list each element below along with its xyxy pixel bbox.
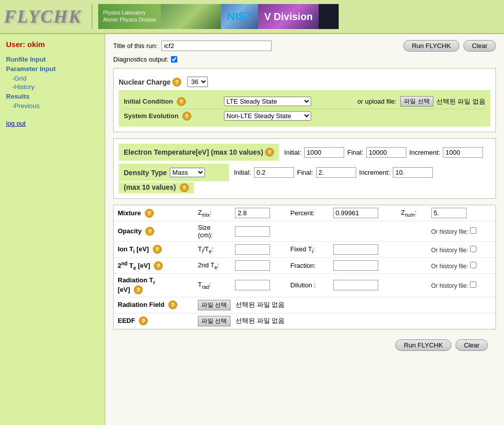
density-initial-input[interactable] (254, 167, 294, 178)
run-flychk-button-bottom[interactable]: Run FLYCHK (395, 339, 451, 351)
sidebar-item-runfile[interactable]: Runfile Input (6, 56, 99, 63)
mixture-label-cell: Mixture ? (114, 205, 194, 221)
radiation-field-help-icon[interactable]: ? (168, 300, 177, 309)
nuclear-charge-select[interactable]: 36 1261879 (187, 77, 208, 87)
nuclear-panel: Nuclear Charge ? 36 1261879 Initial Cond… (113, 68, 496, 132)
eedf-no-file: 선택된 파일 없음 (235, 317, 285, 324)
second-te-hist-label: Or history file: (431, 263, 468, 270)
opacity-row: Opacity ? Size(cm): Or history file: (114, 221, 495, 242)
ion-ti-ratio-label-cell: Ti/Te: (194, 242, 231, 258)
zmix-sub: mix (202, 212, 210, 217)
mixture-zmix-cell: Zmix: (194, 205, 231, 221)
density-increment-input[interactable] (393, 167, 433, 178)
ic-no-file: 선택된 파일 없음 (436, 97, 485, 106)
opacity-size-input-cell (231, 221, 286, 242)
ic-controls: LTE Steady State Non-LTE Steady State LT… (224, 97, 396, 106)
znum-input[interactable] (431, 208, 466, 218)
ic-help-icon[interactable]: ? (177, 97, 186, 106)
second-te-input[interactable] (235, 260, 270, 271)
eedf-help-icon[interactable]: ? (139, 316, 148, 325)
opacity-size-input[interactable] (235, 226, 270, 237)
nuclear-help-icon[interactable]: ? (172, 78, 181, 87)
top-buttons: Run FLYCHK Clear (403, 40, 496, 52)
mixture-znum-input-cell (427, 205, 496, 221)
eedf-file-btn[interactable]: 파일 선택 (198, 316, 230, 326)
ion-ti-help-icon[interactable]: ? (153, 245, 162, 254)
second-te-fraction-input-cell (329, 258, 397, 274)
density-inputs: Initial: Final: Increment: (229, 167, 490, 178)
top-bar: Title of this run: Run FLYCHK Clear (113, 40, 496, 52)
radiation-tr-dilution-label-cell: Dilution : (287, 274, 329, 297)
density-type-select[interactable]: Mass Number Electron (170, 168, 205, 177)
se-dropdown[interactable]: Non-LTE Steady State LTE Steady State LT… (224, 111, 311, 121)
ion-ti-hist-checkbox[interactable] (470, 246, 476, 252)
mixture-help-icon[interactable]: ? (145, 209, 154, 218)
temp-initial-input[interactable] (304, 147, 344, 158)
temp-increment-label: Increment: (409, 149, 440, 156)
fixed-ti-input[interactable] (333, 244, 378, 255)
radiation-tr-hist-checkbox[interactable] (470, 281, 476, 288)
radiation-field-label: Radiation Field (118, 301, 164, 308)
temp-initial-label: Initial: (284, 149, 301, 156)
ion-ti-label-cell: Ion Ti [eV] ? (114, 242, 194, 258)
ic-dropdown[interactable]: LTE Steady State Non-LTE Steady State LT… (224, 97, 311, 106)
sidebar-item-previous[interactable]: -Previous (12, 102, 99, 110)
second-te-hist-checkbox[interactable] (470, 262, 476, 268)
second-te-help-icon[interactable]: ? (154, 261, 163, 270)
sidebar-item-history[interactable]: -History (12, 83, 99, 91)
mix-panel: Mixture ? Zmix: Percent: (113, 205, 496, 329)
initial-condition-row: Initial Condition ? LTE Steady State Non… (124, 94, 485, 109)
ic-file-select-btn[interactable]: 파일 선택 (400, 96, 433, 107)
eedf-label: EEDF (118, 317, 135, 324)
diagnostics-row: Diagnostics output: (113, 56, 496, 63)
eedf-label-cell: EEDF ? (114, 313, 194, 329)
sidebar-item-results[interactable]: Results (6, 93, 99, 100)
percent-input[interactable] (333, 208, 378, 218)
clear-button-top[interactable]: Clear (463, 40, 496, 52)
mixture-label: Mixture (118, 209, 141, 217)
nuclear-charge-label: Nuclear Charge (119, 78, 170, 86)
ti-te-input[interactable] (235, 244, 270, 255)
upload-label: or upload file: (357, 98, 396, 105)
density-label: Density Type (124, 169, 167, 177)
temp-increment-input[interactable] (443, 147, 483, 158)
ic-se-panel: Initial Condition ? LTE Steady State Non… (119, 90, 490, 127)
sidebar-item-grid[interactable]: -Grid (12, 75, 99, 82)
temp-final-input[interactable] (366, 147, 406, 158)
dilution-input[interactable] (333, 280, 378, 290)
radiation-field-file-btn[interactable]: 파일 선택 (198, 300, 230, 310)
opacity-hist-label: Or history file: (431, 228, 468, 235)
radiation-field-no-file: 선택된 파일 없음 (235, 301, 285, 308)
trad-input[interactable] (235, 280, 270, 290)
opacity-help-icon[interactable]: ? (145, 227, 154, 236)
mixture-percent-label-cell: Percent: (287, 205, 329, 221)
run-flychk-button-top[interactable]: Run FLYCHK (403, 40, 459, 52)
radiation-field-row: Radiation Field ? 파일 선택 선택된 파일 없음 (114, 297, 495, 313)
username: User: okim (6, 40, 99, 49)
radiation-tr-row: Radiation Tr[eV] ? Trad: Dilution : (114, 274, 495, 297)
second-te-row: 2nd Te [eV] ? 2nd Te: Fraction: (114, 258, 495, 274)
diagnostics-checkbox[interactable] (171, 56, 177, 63)
nist-banner: NIST (221, 4, 258, 29)
se-help-icon[interactable]: ? (182, 112, 191, 121)
density-final-label: Final: (297, 169, 313, 176)
radiation-tr-trad-input-cell (231, 274, 286, 297)
second-te-hist-cell: Or history file: (427, 258, 496, 274)
se-label: System Evolution (124, 112, 178, 120)
density-help-icon[interactable]: ? (180, 183, 189, 192)
density-final-input[interactable] (316, 167, 356, 178)
radiation-tr-help-icon[interactable]: ? (134, 285, 143, 294)
opacity-label-cell: Opacity ? (114, 221, 194, 242)
fraction-input[interactable] (333, 260, 378, 271)
density-header: Density Type Mass Number Electron (119, 164, 229, 181)
density-initial-label: Initial: (234, 169, 251, 176)
temp-inputs: Initial: Final: Increment: (279, 144, 490, 161)
sidebar-item-parameter[interactable]: Parameter Input (6, 65, 99, 73)
run-title-input[interactable] (161, 41, 272, 51)
clear-button-bottom[interactable]: Clear (455, 339, 488, 351)
opacity-hist-checkbox[interactable] (470, 227, 476, 234)
logout-link[interactable]: log out (6, 120, 99, 127)
vdiv-banner: V Division (258, 4, 319, 29)
zmix-input[interactable] (235, 208, 270, 218)
temp-help-icon[interactable]: ? (265, 148, 274, 157)
